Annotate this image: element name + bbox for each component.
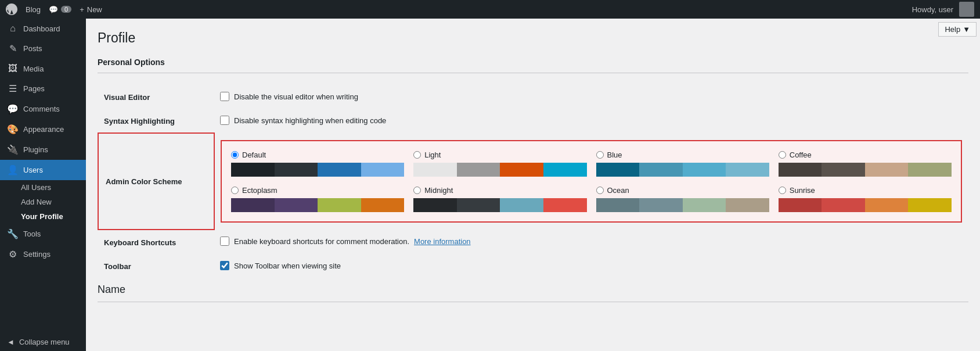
color-scheme-light[interactable]: Light [413,151,586,177]
wp-logo-item[interactable] [6,3,17,15]
color-scheme-blue-radio[interactable] [596,151,604,159]
color-scheme-light-label: Light [424,151,441,159]
swatch [318,198,361,212]
sidebar-item-add-new[interactable]: Add New [0,195,86,209]
sidebar-item-posts[interactable]: ✎ Posts [0,38,86,59]
visual-editor-label: Visual Editor [98,85,214,109]
help-label: Help [945,25,960,34]
sidebar-item-your-profile[interactable]: Your Profile [0,209,86,224]
plus-icon: + [80,5,84,14]
color-scheme-light-swatches [413,163,586,177]
sidebar-item-label: Pages [23,84,45,93]
media-icon: 🖼 [7,63,19,74]
sidebar-item-label: Users [23,166,43,174]
users-submenu: All Users Add New Your Profile [0,180,86,224]
swatch [413,198,457,212]
syntax-highlighting-checkbox[interactable] [220,116,229,125]
color-scheme-ocean-radio[interactable] [596,187,604,194]
comment-icon: 💬 [49,5,58,14]
color-scheme-coffee-swatches [779,163,952,177]
toolbar-checkbox-text: Show Toolbar when viewing site [234,262,341,270]
sidebar-item-media[interactable]: 🖼 Media [0,59,86,78]
color-scheme-midnight-radio[interactable] [413,187,421,194]
comments-icon: 💬 [7,103,19,114]
sidebar-item-label: Settings [23,250,51,259]
swatch [865,198,909,212]
visual-editor-checkbox[interactable] [220,92,229,101]
new-label: New [87,5,102,14]
toolbar-checkbox-label[interactable]: Show Toolbar when viewing site [220,261,962,270]
syntax-highlighting-checkbox-label[interactable]: Disable syntax highlighting when editing… [220,116,961,125]
color-scheme-blue[interactable]: Blue [596,151,769,177]
color-scheme-sunrise[interactable]: Sunrise [779,186,952,212]
sidebar-item-plugins[interactable]: 🔌 Plugins [0,139,86,160]
sidebar: ⌂ Dashboard ✎ Posts 🖼 Media ☰ Pages 💬 Co… [0,19,86,351]
swatch [683,198,726,212]
color-scheme-coffee-radio[interactable] [779,151,786,159]
sidebar-item-settings[interactable]: ⚙ Settings [0,244,86,264]
new-item[interactable]: + New [80,5,102,14]
blog-label: Blog [26,5,41,14]
dashboard-icon: ⌂ [7,23,19,34]
toolbar-row: Toolbar Show Toolbar when viewing site [98,254,968,278]
color-scheme-midnight-label: Midnight [424,186,453,195]
color-scheme-default[interactable]: Default [231,151,404,177]
comments-count: 0 [61,6,71,13]
keyboard-shortcuts-text: Enable keyboard shortcuts for comment mo… [234,237,409,246]
sidebar-item-comments[interactable]: 💬 Comments [0,99,86,119]
color-scheme-ectoplasm[interactable]: Ectoplasm [231,186,404,212]
swatch [543,163,587,177]
collapse-icon: ◄ [7,338,15,346]
sidebar-item-pages[interactable]: ☰ Pages [0,78,86,99]
swatch [413,163,457,177]
collapse-menu[interactable]: ◄ Collapse menu [0,333,86,351]
posts-icon: ✎ [7,43,19,54]
color-scheme-ocean[interactable]: Ocean [596,186,769,212]
color-scheme-ocean-label: Ocean [607,186,629,195]
swatch [500,198,543,212]
swatch [865,163,909,177]
toolbar-checkbox[interactable] [220,261,229,270]
admin-bar-left: Blog 💬 0 + New [6,3,102,15]
visual-editor-checkbox-label[interactable]: Disable the visual editor when writing [220,92,962,101]
swatch [500,163,543,177]
color-scheme-coffee[interactable]: Coffee [779,151,952,177]
color-scheme-sunrise-radio[interactable] [779,187,786,194]
color-scheme-midnight[interactable]: Midnight [413,186,586,212]
sidebar-item-users[interactable]: 👤 Users [0,160,86,180]
sidebar-item-label: Tools [23,230,41,238]
color-scheme-default-label: Default [242,151,266,159]
help-button[interactable]: Help ▼ [938,22,977,37]
swatch [596,163,640,177]
color-scheme-box: Default [221,140,962,223]
sidebar-item-tools[interactable]: 🔧 Tools [0,224,86,244]
swatch [231,163,275,177]
comments-item[interactable]: 💬 0 [49,5,71,14]
color-scheme-midnight-swatches [413,198,586,212]
syntax-highlighting-label: Syntax Highlighting [98,109,214,133]
blog-item[interactable]: Blog [26,5,41,14]
keyboard-shortcuts-checkbox[interactable] [220,237,229,246]
swatch [361,198,405,212]
profile-form-table: Visual Editor Disable the visual editor … [98,85,968,278]
swatch [908,198,952,212]
color-scheme-default-radio[interactable] [231,151,239,159]
sidebar-item-label: Comments [23,105,60,113]
sidebar-item-dashboard[interactable]: ⌂ Dashboard [0,19,86,38]
keyboard-shortcuts-more-link[interactable]: More information [414,237,471,246]
color-scheme-light-radio[interactable] [413,151,421,159]
swatch [457,198,500,212]
pages-icon: ☰ [7,83,19,94]
color-scheme-blue-label: Blue [607,151,622,159]
swatch [822,198,865,212]
sidebar-item-appearance[interactable]: 🎨 Appearance [0,119,86,139]
content-area: Help ▼ Profile Personal Options Visual E… [86,19,980,351]
users-icon: 👤 [7,164,19,176]
keyboard-shortcuts-label: Keyboard Shortcuts [98,230,214,254]
color-scheme-ectoplasm-label: Ectoplasm [242,186,278,195]
color-scheme-ectoplasm-radio[interactable] [231,187,239,194]
plugins-icon: 🔌 [7,144,19,155]
sidebar-item-all-users[interactable]: All Users [0,180,86,195]
keyboard-shortcuts-checkbox-label[interactable]: Enable keyboard shortcuts for comment mo… [220,237,962,246]
visual-editor-row: Visual Editor Disable the visual editor … [98,85,968,109]
